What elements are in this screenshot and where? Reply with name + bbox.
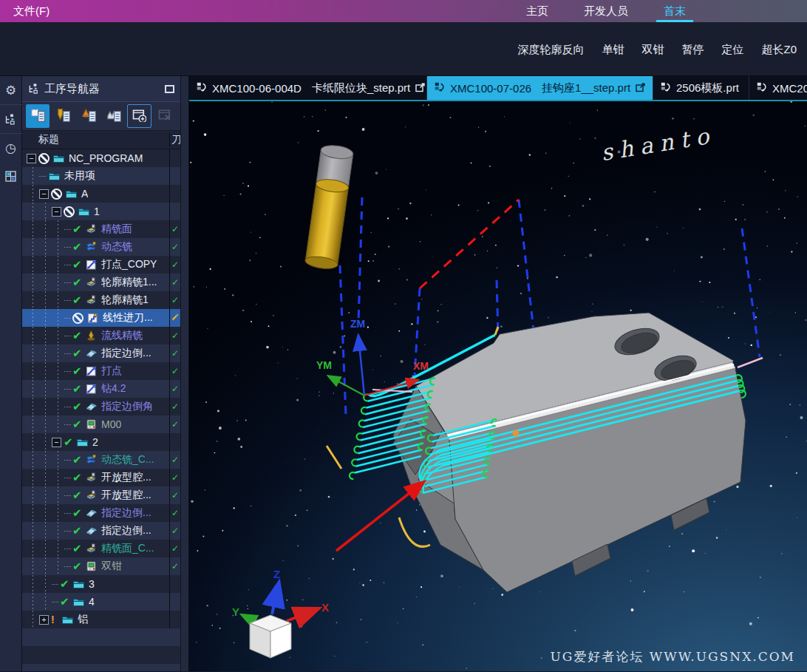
settings-icon[interactable]: ⚙ xyxy=(0,76,22,104)
folder-icon xyxy=(61,614,75,625)
tree-guide xyxy=(52,345,64,362)
tree-row[interactable]: ✔轮廓精铣1...✓ xyxy=(22,274,180,291)
generated-check-icon: ✔ xyxy=(72,560,84,573)
tree-row[interactable]: ✔精铣面_C...✓ xyxy=(22,540,180,557)
quick-action-button[interactable]: 定位 xyxy=(721,43,743,57)
tree-row[interactable]: ✔轮廓精铣1✓ xyxy=(22,291,180,309)
tree-guide xyxy=(52,469,64,486)
expander-plus-icon[interactable]: + xyxy=(39,615,49,625)
tab-open-icon[interactable] xyxy=(415,82,425,95)
quick-action-button[interactable]: 深度轮廓反向 xyxy=(517,43,584,57)
tree-row[interactable]: ✔流线精铣✓ xyxy=(22,327,180,345)
toolpath-status-cell: ✓ xyxy=(169,274,180,291)
quick-action-button[interactable]: 单钳 xyxy=(602,43,624,57)
tree-row-label: 指定边倒... xyxy=(101,347,151,360)
tree-row[interactable]: +!铝 xyxy=(22,611,180,628)
tree-row[interactable]: ✔指定边倒角✓ xyxy=(22,398,180,415)
expander-minus-icon[interactable]: − xyxy=(27,154,36,163)
toolpath-status-cell xyxy=(169,149,180,167)
generated-check-icon: ✔ xyxy=(72,524,84,537)
panel-title: 工序导航器 xyxy=(44,82,100,96)
tree-guide xyxy=(27,486,39,504)
tree-row-label: A xyxy=(81,188,88,200)
toolpath-yellow-segment xyxy=(327,446,341,469)
ribbon-tab[interactable]: 主页 xyxy=(523,0,551,22)
document-tab[interactable]: XMC100-07-026挂钩座1__step.prt× xyxy=(427,76,653,100)
geometry-view-icon xyxy=(81,107,96,125)
layout-icon[interactable] xyxy=(0,162,22,190)
tree-row[interactable]: ✔双钳✓ xyxy=(22,557,180,575)
tree-guide xyxy=(39,291,52,309)
toolpath-status-cell xyxy=(169,611,180,628)
toolpath-check-icon: ✓ xyxy=(171,366,179,376)
tree-row[interactable]: ✔4 xyxy=(22,593,180,611)
ribbon-tab[interactable]: 开发人员 xyxy=(581,0,631,22)
cutting-tool[interactable] xyxy=(304,143,354,270)
tree-row[interactable]: −A xyxy=(22,185,180,203)
document-tab[interactable]: 2506模板.prt xyxy=(653,76,749,100)
mill-icon xyxy=(84,294,98,306)
tree-row[interactable]: ✔指定边倒...✓ xyxy=(22,345,180,362)
geometry-view-button[interactable] xyxy=(77,104,101,128)
tab-open-icon[interactable] xyxy=(636,82,645,95)
mill-icon xyxy=(84,223,98,235)
tree-row[interactable]: −NC_PROGRAM xyxy=(22,149,180,167)
viewport-3d[interactable]: ZM YM XM xyxy=(189,101,807,671)
generated-check-icon: ✔ xyxy=(72,400,84,413)
expander-minus-icon[interactable]: − xyxy=(52,207,61,217)
tree-row[interactable]: ✔打点_COPY✓ xyxy=(22,256,180,274)
scene-canvas[interactable]: ZM YM XM xyxy=(189,101,807,671)
tree-guide xyxy=(52,362,64,380)
document-tab[interactable]: XMC100-06-004D卡纸限位块_step.prt xyxy=(189,76,427,100)
generated-check-icon: ✔ xyxy=(64,435,75,449)
tree-row[interactable]: ✔精铣面✓ xyxy=(22,220,180,238)
tree-guide xyxy=(27,380,39,398)
tree-guide xyxy=(27,345,39,362)
tree-row[interactable]: ✔动态铣✓ xyxy=(22,238,180,256)
quick-action-button[interactable]: 双钳 xyxy=(641,43,664,57)
tree-guide-stub xyxy=(64,407,71,407)
tree-guide xyxy=(39,256,52,274)
column-header-title[interactable]: 标题 xyxy=(22,133,169,146)
expander-minus-icon[interactable]: − xyxy=(39,189,49,199)
operation-navigator-icon[interactable] xyxy=(0,105,22,133)
operation-navigator-panel: 工序导航器 标题 刀 −NC_PROGRAM未用项−A−1✔精铣面✓✔动态铣✓✔… xyxy=(22,76,180,671)
tree-row[interactable]: 线性进刀... xyxy=(22,309,180,327)
tree-row-label: 1 xyxy=(94,206,100,217)
column-header-toolpath[interactable]: 刀 xyxy=(169,133,180,146)
tree-row[interactable]: −✔2 xyxy=(22,433,180,451)
tree-row[interactable]: ✔开放型腔...✓ xyxy=(22,469,180,486)
tree-row[interactable]: ✔钻4.2✓ xyxy=(22,380,180,398)
program-order-view-button[interactable] xyxy=(26,104,50,128)
history-icon[interactable]: ◷ xyxy=(0,134,22,162)
tree-guide xyxy=(52,309,64,327)
tree-row[interactable]: ✔M00✓ xyxy=(22,415,180,433)
restore-panel-button[interactable] xyxy=(165,85,174,93)
close-window-button[interactable] xyxy=(153,104,177,128)
view-cube-triad[interactable]: Z X Y xyxy=(232,568,329,658)
tree-row[interactable]: ✔3 xyxy=(22,575,180,593)
tree-row[interactable]: ✔打点✓ xyxy=(22,362,180,380)
expander-minus-icon[interactable]: − xyxy=(52,438,61,447)
tree-row[interactable]: ✔指定边倒...✓ xyxy=(22,504,180,522)
document-tabs: XMC100-06-004D卡纸限位块_step.prtXMC100-07-02… xyxy=(189,76,807,101)
tree-row[interactable]: −1 xyxy=(22,203,180,220)
tree-row[interactable]: ✔动态铣_C...✓ xyxy=(22,451,180,469)
toolpath-edit-icon xyxy=(171,312,180,324)
machining-method-view-button[interactable] xyxy=(102,104,126,128)
panel-resize-gutter[interactable] xyxy=(180,76,189,671)
new-window-button[interactable] xyxy=(127,104,151,128)
ribbon-tab[interactable]: 首末 xyxy=(661,0,689,22)
quick-action-button[interactable]: 暂停 xyxy=(681,43,704,57)
tree-row[interactable]: ✔指定边倒...✓ xyxy=(22,522,180,540)
machine-tool-view-button[interactable] xyxy=(51,104,75,128)
toolpath-status-cell xyxy=(169,593,180,611)
tree-row[interactable]: ✔开放型腔...✓ xyxy=(22,486,180,504)
tree-row[interactable]: 未用项 xyxy=(22,167,180,185)
tree-row-label: 铝 xyxy=(78,613,88,626)
generated-check-icon: ✔ xyxy=(60,577,72,591)
generated-check-icon: ✔ xyxy=(72,364,84,378)
document-tab[interactable]: XMC200- xyxy=(749,76,807,100)
quick-action-button[interactable]: 超长Z0 xyxy=(761,43,797,57)
file-menu[interactable]: 文件(F) xyxy=(0,0,63,22)
